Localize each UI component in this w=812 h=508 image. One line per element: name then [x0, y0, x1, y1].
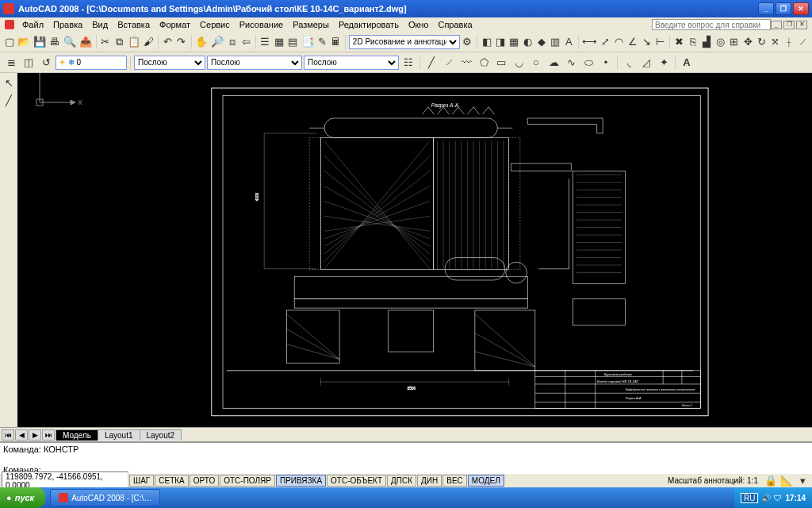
zoom-window-icon[interactable]: ⧈	[226, 34, 238, 50]
layer-prev-icon[interactable]: ↺	[38, 55, 54, 71]
menu-service[interactable]: Сервис	[195, 19, 235, 30]
pan-icon[interactable]: ✋	[194, 34, 209, 50]
tray-shield-icon[interactable]: 🛡	[774, 494, 782, 502]
paste-icon[interactable]: 📋	[127, 34, 141, 50]
toggle-ducs[interactable]: ДПСК	[387, 475, 416, 487]
matchprop-icon[interactable]: 🖌	[143, 34, 155, 50]
mdi-minimize-button[interactable]: _	[771, 21, 782, 29]
tray-volume-icon[interactable]: 🔊	[761, 494, 771, 502]
color-combo[interactable]: Послою	[134, 56, 205, 70]
menu-file[interactable]: Файл	[17, 19, 48, 30]
text2-icon[interactable]: A	[679, 55, 695, 71]
revcloud-icon[interactable]: ☁	[546, 55, 561, 71]
mdi-restore-button[interactable]: ❐	[783, 21, 795, 29]
arc-icon[interactable]: ◡	[511, 55, 527, 71]
block-icon[interactable]: ◧	[481, 34, 492, 50]
scale-icon[interactable]: ⤧	[769, 34, 781, 50]
cut-icon[interactable]: ✂	[99, 34, 111, 50]
cursor-icon[interactable]: ↖	[1, 75, 17, 90]
preview-icon[interactable]: 🔍	[63, 34, 77, 50]
trim-icon[interactable]: ⟊	[783, 34, 795, 50]
zoom-prev-icon[interactable]: ⇦	[240, 34, 252, 50]
statusbar-menu-icon[interactable]: ▾	[795, 473, 810, 489]
dim-angular-icon[interactable]: ∠	[626, 34, 638, 50]
markup-icon[interactable]: ✎	[316, 34, 328, 50]
tab-model[interactable]: Модель	[56, 429, 98, 441]
undo-icon[interactable]: ↶	[162, 34, 174, 50]
tray-lang[interactable]: RU	[741, 493, 758, 503]
calc-icon[interactable]: 🖩	[330, 34, 342, 50]
save-icon[interactable]: 💾	[33, 34, 47, 50]
line-icon[interactable]: ╱	[423, 55, 439, 71]
toggle-osnap[interactable]: ПРИВЯЗКА	[276, 475, 326, 487]
extend-icon[interactable]: ⟋	[797, 34, 809, 50]
toggle-ortho[interactable]: ОРТО	[190, 475, 219, 487]
menu-modify[interactable]: Редактировать	[334, 19, 404, 30]
menu-help[interactable]: Справка	[433, 19, 477, 30]
gradient-icon[interactable]: ◐	[522, 34, 534, 50]
publish-icon[interactable]: 📤	[79, 34, 93, 50]
dim-radius-icon[interactable]: ◠	[613, 34, 625, 50]
anno-scale-label[interactable]: Масштаб аннотаций: 1:1	[663, 476, 763, 485]
line2-icon[interactable]: ╱	[1, 92, 17, 108]
region-icon[interactable]: ◆	[535, 34, 547, 50]
toggle-model[interactable]: МОДЕЛ	[468, 475, 504, 487]
dim-linear-icon[interactable]: ⟷	[582, 34, 598, 50]
toggle-lwt[interactable]: ВЕС	[442, 475, 467, 487]
erase-icon[interactable]: ✖	[673, 34, 685, 50]
new-icon[interactable]: ▢	[3, 34, 15, 50]
properties-icon[interactable]: ☰	[259, 34, 271, 50]
xline-icon[interactable]: ⟋	[441, 55, 457, 71]
toggle-dyn[interactable]: ДИН	[417, 475, 442, 487]
tab-next-button[interactable]: ▶	[29, 429, 41, 441]
rotate-icon[interactable]: ↻	[756, 34, 768, 50]
tab-prev-button[interactable]: ◀	[15, 429, 28, 441]
menu-window[interactable]: Окно	[404, 19, 434, 30]
offset-icon[interactable]: ◎	[714, 34, 726, 50]
print-icon[interactable]: 🖶	[48, 34, 60, 50]
tab-layout2[interactable]: Layout2	[140, 429, 182, 441]
close-button[interactable]: ✕	[793, 2, 809, 15]
ellipse-icon[interactable]: ⬭	[580, 55, 596, 71]
drawing-canvas[interactable]: Разрез А-А	[17, 73, 812, 427]
zoom-icon[interactable]: 🔎	[210, 34, 224, 50]
menu-dim[interactable]: Размеры	[288, 19, 334, 30]
tab-last-button[interactable]: ⏭	[42, 429, 55, 441]
explode-icon[interactable]: ✦	[656, 55, 672, 71]
toggle-polar[interactable]: ОТС-ПОЛЯР	[220, 475, 275, 487]
sheetset-icon[interactable]: 📑	[301, 34, 315, 50]
minimize-button[interactable]: _	[758, 2, 774, 15]
xref-icon[interactable]: ◨	[494, 34, 506, 50]
point-icon[interactable]: •	[598, 55, 614, 71]
maximize-button[interactable]: ❐	[776, 2, 791, 15]
dim-leader-icon[interactable]: ↘	[641, 34, 653, 50]
layers-manager-icon[interactable]: ≣	[3, 55, 19, 71]
linetype-settings-icon[interactable]: ☷	[400, 55, 416, 71]
mdi-close-button[interactable]: ✕	[796, 21, 807, 29]
dim-continue-icon[interactable]: ⊢	[654, 34, 666, 50]
tray-clock[interactable]: 17:14	[785, 494, 806, 502]
toolpalettes-icon[interactable]: ▤	[286, 34, 298, 50]
rectangle-icon[interactable]: ▭	[493, 55, 509, 71]
spline-icon[interactable]: ∿	[563, 55, 579, 71]
command-window[interactable]: Команда: КОНСТР Команда:	[0, 441, 812, 473]
menu-insert[interactable]: Вставка	[113, 19, 155, 30]
redo-icon[interactable]: ↷	[175, 34, 187, 50]
open-icon[interactable]: 📂	[17, 34, 31, 50]
dim-aligned-icon[interactable]: ⤢	[599, 34, 611, 50]
anno-vis-icon[interactable]: 📐	[779, 473, 795, 489]
tab-layout1[interactable]: Layout1	[98, 429, 140, 441]
array-icon[interactable]: ⊞	[728, 34, 740, 50]
toggle-otrack[interactable]: ОТС-ОБЪЕКТ	[327, 475, 386, 487]
polygon-icon[interactable]: ⬠	[476, 55, 492, 71]
copy-icon[interactable]: ⧉	[113, 34, 125, 50]
hatch-icon[interactable]: ▦	[508, 34, 519, 50]
linetype-combo[interactable]: Послою	[207, 56, 302, 70]
mtext-icon[interactable]: A	[563, 34, 575, 50]
copy2-icon[interactable]: ⎘	[687, 34, 699, 50]
menu-format[interactable]: Формат	[155, 19, 195, 30]
pline-icon[interactable]: 〰	[458, 55, 474, 71]
layer-states-icon[interactable]: ◫	[21, 55, 36, 71]
toggle-snap[interactable]: ШАГ	[129, 475, 154, 487]
help-search-input[interactable]	[652, 19, 771, 30]
